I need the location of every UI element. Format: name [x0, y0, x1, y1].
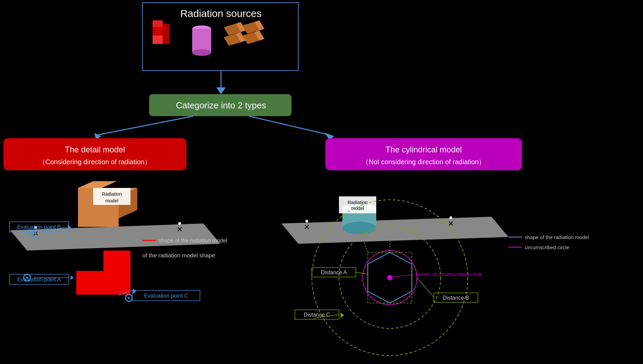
red-block-side — [163, 24, 169, 44]
right-ground-plane — [281, 217, 508, 244]
legend-shape-text-right: shape of the radiation model — [525, 234, 589, 240]
center-label: Center of circumscribed circle — [415, 271, 482, 277]
radiation-sources-title: Radiation sources — [180, 8, 262, 19]
eval-point-c-dot — [128, 297, 130, 299]
cylindrical-model-line1: The cylindrical model — [385, 145, 462, 154]
red-l-cutout — [76, 251, 103, 271]
distance-b-label: Distance B — [443, 295, 469, 301]
dot-right2 — [449, 216, 452, 219]
eval-point-b-dot — [31, 233, 33, 235]
eval-point-c-label: Evaluation point C — [144, 293, 188, 299]
arrow-down-head1 — [216, 87, 226, 94]
categorize-label: Categorize into 2 types — [176, 100, 266, 110]
circumscribed-center — [387, 275, 393, 280]
cylindrical-model-line2: （Not considering direction of radiation） — [362, 158, 486, 166]
legend-circle-text: circumscribed circle — [525, 244, 569, 250]
distance-b-line — [417, 278, 434, 297]
distance-c-head — [341, 313, 344, 318]
detail-model-line2: （Considering direction of radiation） — [39, 158, 151, 166]
cylinder-bottom — [192, 49, 211, 56]
branch-left-line — [98, 116, 193, 135]
of-the-radiation-model-shape: of the radiation model shape — [142, 252, 215, 259]
arrow-eval-c-head — [133, 288, 136, 294]
distance-c-label: Distance C — [304, 312, 330, 318]
detail-model-line1: The detail model — [65, 145, 125, 154]
x-mark-right1: ✕ — [304, 223, 310, 231]
distance-a-label: Distance A — [321, 270, 347, 275]
x-mark-left2: ✕ — [177, 225, 183, 234]
center-arrow — [393, 275, 414, 277]
radiation-model-label-left: Radiation — [102, 191, 122, 197]
dot-left2 — [178, 222, 181, 225]
cylinder-body — [192, 29, 211, 52]
arrow-eval-a-head — [71, 276, 74, 280]
orange-block-step-top — [78, 181, 117, 188]
radiation-model-label-right1: Radiation — [347, 200, 367, 205]
branch-right-line — [249, 116, 329, 135]
radiation-model-label-right2: model — [351, 206, 364, 211]
dot-right1 — [305, 220, 308, 222]
radiation-model-label-left2: model — [105, 198, 118, 204]
legend-shape-label: shape of the radiation model — [159, 238, 227, 243]
red-block-top — [153, 20, 163, 27]
red-block2 — [153, 36, 163, 44]
distance-a-line — [356, 272, 368, 274]
